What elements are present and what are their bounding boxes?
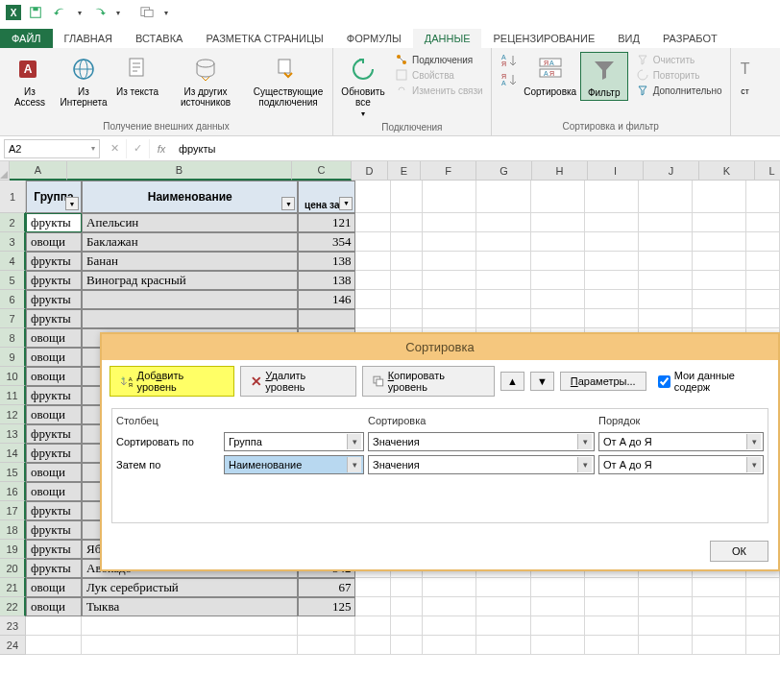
cell[interactable] xyxy=(391,271,423,290)
cell[interactable]: 146 xyxy=(298,290,355,309)
advanced-filter-button[interactable]: Дополнительно xyxy=(634,83,724,98)
cell[interactable] xyxy=(746,309,780,328)
cell[interactable]: фрукты xyxy=(26,424,82,444)
sort-button[interactable]: ЯААЯ Сортировка xyxy=(526,52,574,99)
cell[interactable] xyxy=(476,616,530,636)
headers-checkbox-label[interactable]: Мои данные содерж xyxy=(658,370,770,393)
cell[interactable] xyxy=(746,597,780,616)
row-header-19[interactable]: 19 xyxy=(0,540,26,559)
row-header-13[interactable]: 13 xyxy=(0,424,26,444)
cell[interactable]: фрукты xyxy=(26,290,82,309)
cell[interactable] xyxy=(298,616,355,636)
from-text-button[interactable]: Из текста xyxy=(113,52,161,99)
cell[interactable] xyxy=(639,252,693,271)
cell[interactable] xyxy=(391,252,423,271)
cell[interactable] xyxy=(746,252,780,271)
cell[interactable]: фрукты xyxy=(26,444,82,463)
cell[interactable] xyxy=(476,213,530,232)
cell[interactable] xyxy=(639,271,693,290)
cell[interactable] xyxy=(423,309,476,328)
cell[interactable] xyxy=(476,636,530,655)
cell[interactable] xyxy=(82,309,298,328)
column-header-A[interactable]: A xyxy=(10,161,67,181)
column-header-F[interactable]: F xyxy=(421,161,476,181)
cell[interactable]: овощи xyxy=(26,232,82,252)
cell[interactable] xyxy=(585,252,639,271)
cell[interactable] xyxy=(585,271,639,290)
cell[interactable] xyxy=(391,578,423,597)
column-header-K[interactable]: K xyxy=(699,161,755,181)
row-header-11[interactable]: 11 xyxy=(0,386,26,405)
cell[interactable]: фрукты xyxy=(26,559,82,578)
delete-level-button[interactable]: Удалить уровень xyxy=(240,366,356,397)
cell[interactable] xyxy=(26,616,82,636)
cell[interactable]: 354 xyxy=(298,232,355,252)
cell[interactable] xyxy=(585,213,639,232)
cell[interactable] xyxy=(391,616,423,636)
cell[interactable] xyxy=(476,597,530,616)
cell[interactable]: овощи xyxy=(26,463,82,482)
column-header-L[interactable]: L xyxy=(755,161,780,181)
cell[interactable] xyxy=(746,181,780,213)
cell[interactable]: 138 xyxy=(298,252,355,271)
cell[interactable]: цена за кг▼ xyxy=(298,181,355,213)
cell[interactable] xyxy=(423,271,476,290)
cell[interactable] xyxy=(531,309,585,328)
cell[interactable] xyxy=(476,181,530,213)
cell[interactable] xyxy=(693,181,746,213)
qat-redo-dropdown[interactable]: ▾ xyxy=(113,2,123,23)
cell[interactable] xyxy=(531,232,585,252)
move-up-button[interactable]: ▲ xyxy=(500,372,524,391)
cell[interactable] xyxy=(639,181,693,213)
cell[interactable] xyxy=(476,232,530,252)
cell[interactable]: фрукты xyxy=(26,520,82,540)
formula-input[interactable] xyxy=(173,139,780,158)
ok-button[interactable]: ОК xyxy=(710,541,768,562)
row-header-9[interactable]: 9 xyxy=(0,348,26,367)
row-header-14[interactable]: 14 xyxy=(0,444,26,463)
cell[interactable] xyxy=(82,616,298,636)
cell[interactable] xyxy=(639,597,693,616)
column-header-H[interactable]: H xyxy=(532,161,588,181)
cell[interactable] xyxy=(693,252,746,271)
cell[interactable] xyxy=(639,232,693,252)
cell[interactable] xyxy=(355,290,391,309)
cell[interactable] xyxy=(391,290,423,309)
qat-save-button[interactable] xyxy=(25,2,46,23)
cell[interactable]: 138 xyxy=(298,271,355,290)
cell[interactable]: Группа▼ xyxy=(26,181,82,213)
cell[interactable] xyxy=(423,597,476,616)
row-header-18[interactable]: 18 xyxy=(0,520,26,540)
cell[interactable] xyxy=(391,597,423,616)
cell[interactable]: овощи xyxy=(26,328,82,348)
sort-asc-button[interactable]: АЯ xyxy=(498,52,521,69)
qat-customize-dropdown[interactable]: ▾ xyxy=(161,2,171,23)
qat-undo-button[interactable] xyxy=(50,2,71,23)
cell[interactable] xyxy=(476,578,530,597)
cell[interactable] xyxy=(26,636,82,655)
refresh-all-button[interactable]: Обновить все ▾ xyxy=(339,52,387,120)
cell[interactable] xyxy=(355,578,391,597)
cell[interactable] xyxy=(355,616,391,636)
cell[interactable] xyxy=(746,616,780,636)
sort-on-combo-2[interactable]: Значения xyxy=(368,455,595,474)
cell[interactable]: овощи xyxy=(26,348,82,367)
cell[interactable] xyxy=(693,597,746,616)
cell[interactable]: Банан xyxy=(82,252,298,271)
headers-checkbox[interactable] xyxy=(658,375,670,388)
cell[interactable] xyxy=(423,252,476,271)
cell[interactable] xyxy=(746,578,780,597)
cell[interactable] xyxy=(298,309,355,328)
sort-options-button[interactable]: Параметры... xyxy=(560,372,646,391)
cell[interactable]: Баклажан xyxy=(82,232,298,252)
from-web-button[interactable]: Из Интернета xyxy=(60,52,108,109)
cell[interactable] xyxy=(693,271,746,290)
cell[interactable] xyxy=(531,252,585,271)
cell[interactable] xyxy=(355,636,391,655)
cell[interactable]: Лук серебристый xyxy=(82,578,298,597)
cell[interactable] xyxy=(423,290,476,309)
cell[interactable] xyxy=(531,597,585,616)
cell[interactable] xyxy=(585,578,639,597)
cell[interactable] xyxy=(693,309,746,328)
name-box[interactable]: A2 ▾ xyxy=(4,139,100,158)
